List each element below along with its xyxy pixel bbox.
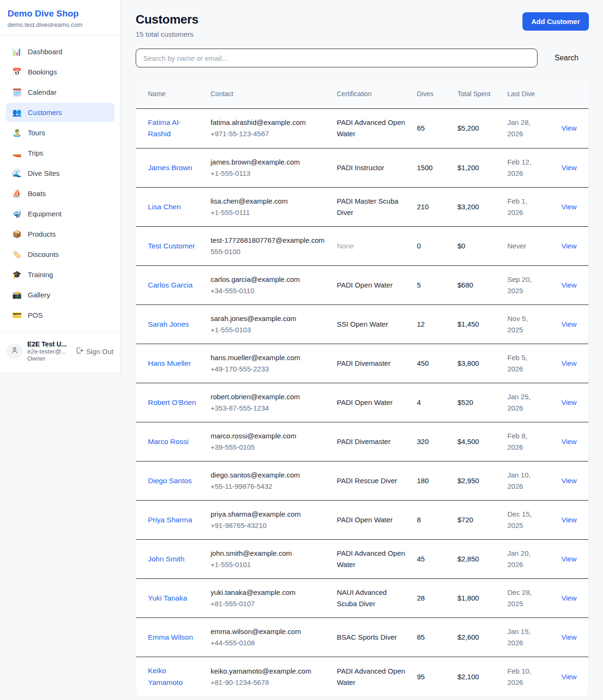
sidebar-item-pos[interactable]: 💳 POS [6,305,114,325]
customer-name-link[interactable]: Robert O'Brien [148,398,196,406]
view-link[interactable]: View [562,555,577,563]
customer-email: fatima.alrashid@example.com [211,117,326,128]
customer-name-link[interactable]: Sarah Jones [148,320,189,328]
sidebar-item-discounts[interactable]: 🏷️ Discounts [6,245,114,264]
customer-last-dive: Sep 20, 2025 [507,275,532,295]
sidebar-item-trips[interactable]: 🚤 Trips [6,143,114,163]
customer-certification: PADI Open Water [337,398,392,406]
view-link[interactable]: View [562,320,577,328]
user-meta: E2E Test U... e2e-tester@... Owner [27,340,71,362]
customer-certification: PADI Rescue Diver [337,477,397,485]
view-link[interactable]: View [562,673,577,681]
view-link[interactable]: View [562,437,577,445]
customer-name-link[interactable]: Fatima Al-Rashid [148,118,181,138]
sidebar-item-dashboard[interactable]: 📊 Dashboard [6,42,114,61]
customer-phone: +55-11-99876-5432 [211,481,326,492]
customer-email: priya.sharma@example.com [211,509,326,520]
customer-last-dive: Jan 20, 2026 [507,549,530,568]
customer-email: test-1772681807767@example.com [211,235,326,246]
customer-dives: 0 [417,242,421,250]
sidebar-nav: 📊 Dashboard 📅 Bookings 🗓️ Calendar 👥 Cus… [0,35,120,332]
view-link[interactable]: View [562,594,577,602]
view-link[interactable]: View [562,124,577,132]
customer-certification: PADI Instructor [337,164,384,172]
table-row: Keiko Yamamoto keiko.yamamoto@example.co… [136,657,588,697]
customer-dives: 320 [417,437,429,445]
view-link[interactable]: View [562,164,577,172]
sidebar-item-calendar[interactable]: 🗓️ Calendar [6,82,114,102]
sidebar-item-boats[interactable]: ⛵ Boats [6,184,114,203]
customer-dives: 180 [417,477,429,485]
customer-name-link[interactable]: Test Customer [148,242,195,250]
sidebar-item-dive-sites[interactable]: 🌊 Dive Sites [6,164,114,183]
view-link[interactable]: View [562,203,577,211]
page-title: Customers [136,12,198,27]
avatar [7,343,23,359]
sidebar-item-bookings[interactable]: 📅 Bookings [6,62,114,82]
sign-out-button[interactable]: Sign Out [75,346,114,356]
view-link[interactable]: View [562,242,577,250]
customer-email: james.brown@example.com [211,156,326,168]
customer-last-dive: Feb 5, 2026 [507,354,528,373]
table-row: Carlos Garcia carlos.garcia@example.com … [136,266,588,305]
main-content: Customers 15 total customers Add Custome… [121,0,603,700]
customer-email: marco.rossi@example.com [211,430,326,442]
view-link[interactable]: View [562,359,577,367]
table-row: Diego Santos diego.santos@example.com +5… [136,461,588,501]
customer-last-dive: Feb 10, 2026 [507,667,531,686]
customer-total-spent: $2,950 [457,477,479,485]
view-link[interactable]: View [562,516,577,524]
search-button[interactable]: Search [551,51,582,65]
sidebar: Demo Dive Shop demo.test.divestreams.com… [0,0,121,373]
equipment-icon: 🤿 [12,209,22,218]
sidebar-item-equipment[interactable]: 🤿 Equipment [6,204,114,223]
sidebar-item-label: Dashboard [28,48,62,56]
customer-dives: 28 [417,594,425,602]
customer-name-link[interactable]: Priya Sharma [148,516,192,524]
col-header-contact: Contact [205,79,331,108]
col-header-total-spent: Total Spent [452,79,502,108]
customer-name-link[interactable]: John Smith [148,555,185,563]
sidebar-item-customers[interactable]: 👥 Customers [6,103,114,122]
view-link[interactable]: View [562,281,577,289]
customer-phone: +49-170-555-2233 [211,363,326,375]
customer-name-link[interactable]: Marco Rossi [148,437,188,445]
customer-name-link[interactable]: Hans Mueller [148,359,191,367]
customer-name-link[interactable]: Keiko Yamamoto [148,667,183,686]
customer-email: diego.santos@example.com [211,469,326,481]
customer-last-dive: Feb 1, 2026 [507,197,528,216]
customer-total-spent: $0 [457,242,465,250]
customer-last-dive: Feb 8, 2026 [507,432,528,451]
customer-name-link[interactable]: Lisa Chen [148,203,181,211]
sidebar-item-label: Discounts [28,250,59,258]
customer-last-dive: Jan 28, 2026 [507,118,530,138]
brand-title[interactable]: Demo Dive Shop [8,8,113,19]
customer-phone: +81-555-0107 [211,598,326,609]
customer-certification: SSI Open Water [337,320,388,328]
sidebar-item-training[interactable]: 🎓 Training [6,265,114,284]
customer-phone: +353-87-555-1234 [211,403,326,414]
table-row: Fatima Al-Rashid fatima.alrashid@example… [136,108,588,148]
sidebar-item-products[interactable]: 📦 Products [6,224,114,244]
search-input[interactable] [136,49,538,67]
col-header-certification: Certification [331,79,411,108]
customer-name-link[interactable]: James Brown [148,164,192,172]
view-link[interactable]: View [562,477,577,485]
customer-dives: 8 [417,516,421,524]
table-row: Yuki Tanaka yuki.tanaka@example.com +81-… [136,579,588,618]
add-customer-button[interactable]: Add Customer [522,12,589,31]
customer-last-dive: Jan 15, 2026 [507,627,530,647]
customer-name-link[interactable]: Carlos Garcia [148,281,193,289]
col-header-last-dive: Last Dive [502,79,543,108]
view-link[interactable]: View [562,633,577,641]
col-header-actions [543,79,588,108]
table-row: James Brown james.brown@example.com +1-5… [136,148,588,188]
view-link[interactable]: View [562,398,577,406]
customer-total-spent: $5,200 [457,124,479,132]
customer-name-link[interactable]: Emma Wilson [148,633,193,641]
sidebar-item-tours[interactable]: 🏝️ Tours [6,123,114,142]
customer-name-link[interactable]: Yuki Tanaka [148,594,187,602]
table-row: Robert O'Brien robert.obrien@example.com… [136,383,588,422]
sidebar-item-gallery[interactable]: 📸 Gallery [6,285,114,305]
customer-name-link[interactable]: Diego Santos [148,477,192,485]
